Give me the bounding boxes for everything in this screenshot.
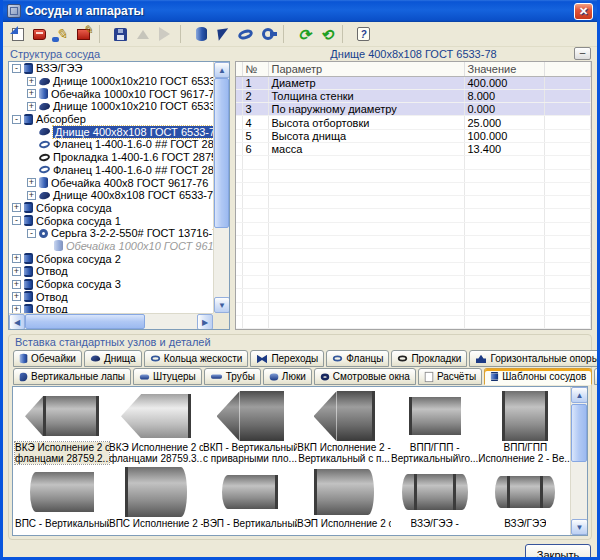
head-button[interactable] [213,24,234,45]
tab-raznoe[interactable]: Разное [594,368,600,385]
gallery-item[interactable]: ВКП - Вертикальныйс приварными пло... [203,390,297,466]
scrollbar-thumb[interactable] [214,78,229,228]
help-button[interactable]: ? [353,24,374,45]
collapse-expander[interactable]: - [27,229,36,238]
nozzle-button[interactable] [257,24,278,45]
reload-button[interactable]: ⟲ [316,24,337,45]
tree-item[interactable]: Обечайка 1000x10 ГОСТ 9617-76 [9,240,213,253]
expand-expander[interactable]: + [27,77,36,86]
tree-item[interactable]: Прокладка 1-400-1.6 ГОСТ 28759.6 [9,151,213,164]
shell-button[interactable] [191,24,212,45]
tab-koltsa-zhestkosti[interactable]: Кольца жескости [144,350,249,367]
column-value[interactable]: Значение [464,62,544,76]
collapse-panel-button[interactable]: – [574,47,591,60]
expand-expander[interactable]: + [27,178,36,187]
tree-item[interactable]: +Сборка сосуда 2 [9,252,213,265]
close-window-button[interactable]: ✕ [574,3,593,20]
tree-vertical-scrollbar[interactable]: ▲ ▼ [213,62,229,313]
scroll-left-button[interactable]: ◀ [9,314,25,330]
gallery-item[interactable]: ВЭП Исполнение 2 с [297,466,391,535]
gallery-item[interactable]: ВПС Исполнение 2 - [109,466,203,535]
scrollbar-thumb[interactable] [25,314,145,329]
tree-horizontal-scrollbar[interactable]: ◀ ▶ [9,313,213,329]
collapse-expander[interactable]: - [12,115,21,124]
tab-vertikalnye-lapy[interactable]: Вертикальные лапы [13,368,131,385]
scrollbar-thumb[interactable] [571,404,587,462]
gallery-item[interactable]: ВПС - Вертикальный [15,466,109,535]
value-cell[interactable]: 8.000 [464,89,544,102]
close-document-button[interactable] [29,24,50,45]
tree-item[interactable]: +Сборка сосуда 3 [9,278,213,291]
tab-lyuki[interactable]: Люки [263,368,312,385]
save-button[interactable] [110,24,131,45]
collapse-expander[interactable]: - [12,216,21,225]
expand-expander[interactable]: + [27,191,36,200]
tree-item[interactable]: +Обечайка 400x8 ГОСТ 9617-76 [9,176,213,189]
edit-document-button[interactable] [73,24,94,45]
tree-item[interactable]: Фланец 1-400-1.6-0 ## ГОСТ 28759 [9,138,213,151]
flange-button[interactable] [235,24,256,45]
tab-shablony-sosudov[interactable]: Шаблоны сосудов [484,368,592,385]
gallery-item[interactable]: ВКЭ Исполнение 2 сфланцами 28759.2... [15,390,109,466]
gallery-item[interactable]: ВЗЭ/ГЭЭ [478,466,570,535]
scroll-up-button[interactable]: ▲ [214,62,230,78]
table-row[interactable]: 2Толщина стенки8.000 [236,89,591,102]
tree-item[interactable]: +Отвод [9,265,213,278]
gallery-item[interactable]: ВПП/ГПП -Вертикальный\го... [391,390,478,466]
tree-item[interactable]: +Отвод [9,290,213,303]
expand-expander[interactable]: + [12,254,21,263]
expand-expander[interactable]: + [27,102,36,111]
table-row[interactable]: 1Диаметр400.000 [236,76,591,89]
table-row[interactable]: 5Высота днища100.000 [236,129,591,142]
expand-expander[interactable]: + [12,203,21,212]
table-row[interactable]: 3По наружному диаметру0.000 [236,103,591,116]
scroll-down-button[interactable]: ▼ [214,297,230,313]
tab-obechayki[interactable]: Обечайки [13,350,82,367]
tree-item[interactable]: Днище 400x8x108 ГОСТ 6533-78 [9,125,213,138]
tree-item[interactable]: -ВЗЭ/ГЭЭ [9,62,213,75]
gallery-item[interactable]: ВКП Исполнение 2 -Вертикальный с п... [297,390,391,466]
gallery-vertical-scrollbar[interactable]: ▲ ▼ [570,387,587,535]
tab-shtutsery[interactable]: Штуцеры [133,368,202,385]
tree-item[interactable]: -Абсорбер [9,113,213,126]
tree-item[interactable]: +Днище 400x8x108 ГОСТ 6533-78 [9,189,213,202]
expand-expander[interactable]: + [27,89,36,98]
gallery-item[interactable]: ВПП/ГППИсполнение 2 - Ве... [478,390,570,466]
export-up-button[interactable] [132,24,153,45]
tab-dnishcha[interactable]: Днища [84,350,142,367]
expand-expander[interactable]: + [12,305,21,313]
gallery-item[interactable]: ВКЭ Исполнение 2 сфланцами 28759.3... [109,390,203,466]
open-document-button[interactable] [7,24,28,45]
tab-raschyoty[interactable]: Расчёты [418,368,482,385]
tree-item[interactable]: -Сборка сосуда 1 [9,214,213,227]
tree-item[interactable]: +Днище 1000x10x210 ГОСТ 6533-78 [9,75,213,88]
column-parameter[interactable]: Параметр [268,62,464,76]
close-button[interactable]: Закрыть [525,544,591,560]
collapse-expander[interactable]: - [12,64,21,73]
tab-smotrovye-okna[interactable]: Смотровые окна [314,368,416,385]
tab-prokladki[interactable]: Прокладки [391,350,467,367]
expand-expander[interactable]: + [12,267,21,276]
scroll-down-button[interactable]: ▼ [571,519,588,535]
tree-item[interactable]: +Днище 1000x10x210 ГОСТ 6533-78 [9,100,213,113]
scroll-up-button[interactable]: ▲ [571,387,588,403]
tree-item[interactable]: +Отвод [9,303,213,313]
scroll-right-button[interactable]: ▶ [197,314,213,330]
tree-item[interactable]: +Обечайка 1000x10 ГОСТ 9617-76 [9,87,213,100]
run-button[interactable] [154,24,175,45]
table-row[interactable]: 6масса13.400 [236,142,591,155]
column-number[interactable]: № [242,62,268,76]
tree-item[interactable]: Фланец 1-400-1.6-0 ## ГОСТ 28759 [9,164,213,177]
edit-button[interactable]: ✎ [51,24,72,45]
value-cell[interactable]: 400.000 [464,76,544,89]
tab-flantsy[interactable]: Фланцы [326,350,389,367]
value-cell[interactable]: 25.000 [464,116,544,129]
table-row[interactable]: 4Высота отбортовки25.000 [236,116,591,129]
update-button[interactable]: ⟳ [294,24,315,45]
expand-expander[interactable]: + [12,292,21,301]
expand-expander[interactable]: + [12,280,21,289]
tab-perekhody[interactable]: Переходы [250,350,324,367]
value-cell[interactable]: 100.000 [464,129,544,142]
gallery-item[interactable]: ВЗЭ/ГЭЭ - [391,466,478,535]
value-cell[interactable]: 0.000 [464,103,544,116]
